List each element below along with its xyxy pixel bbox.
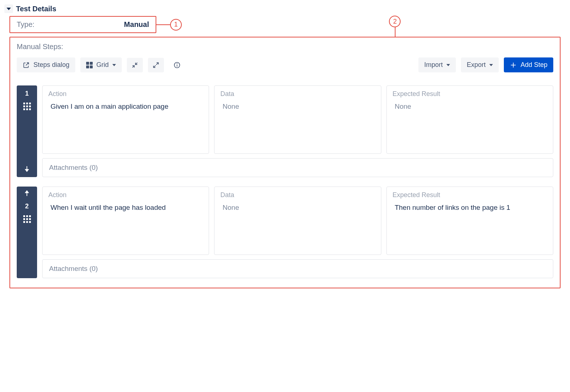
step-handle[interactable]: 2: [17, 187, 37, 278]
data-label: Data: [220, 191, 375, 199]
action-label: Action: [48, 191, 203, 199]
step-row: 2 Action When I wait until the page has …: [17, 187, 553, 278]
action-value: Given I am on a main application page: [48, 101, 203, 112]
attachments-cell[interactable]: Attachments (0): [42, 259, 553, 278]
chevron-down-icon: [112, 64, 116, 66]
drag-handle-icon: [23, 103, 31, 110]
step-row: 1 Action Given I am on a main applicatio…: [17, 85, 553, 177]
callout-badge-1: 1: [170, 19, 182, 31]
grid-icon: [86, 62, 93, 68]
move-up-icon[interactable]: [24, 191, 30, 197]
expected-label: Expected Result: [393, 90, 547, 98]
chevron-down-icon: [446, 64, 450, 66]
action-cell[interactable]: Action When I wait until the page has lo…: [42, 187, 209, 255]
chevron-down-icon: [7, 8, 11, 10]
steps-dialog-button[interactable]: Steps dialog: [17, 57, 75, 72]
step-handle[interactable]: 1: [17, 85, 37, 177]
data-label: Data: [220, 90, 375, 98]
collapse-steps-button[interactable]: [127, 58, 143, 72]
step-content: Action Given I am on a main application …: [42, 85, 553, 177]
info-button[interactable]: [169, 58, 185, 72]
callout-connector: [156, 24, 170, 25]
export-button[interactable]: Export: [461, 57, 499, 72]
drag-handle-icon: [23, 215, 31, 223]
section-header: Test Details: [4, 4, 566, 13]
step-number: 1: [25, 90, 29, 97]
section-title: Test Details: [16, 5, 56, 13]
callout-connector: [395, 27, 396, 37]
collapse-toggle[interactable]: [4, 4, 13, 13]
action-value: When I wait until the page has loaded: [48, 203, 203, 213]
action-cell[interactable]: Action Given I am on a main application …: [42, 85, 209, 154]
external-link-icon: [23, 61, 30, 69]
type-label: Type:: [17, 20, 35, 29]
collapse-icon: [131, 61, 139, 69]
data-cell[interactable]: Data None: [214, 85, 381, 154]
export-label: Export: [467, 61, 486, 69]
grid-view-label: Grid: [96, 61, 109, 69]
chevron-down-icon: [489, 64, 493, 66]
svg-point-2: [177, 63, 177, 64]
expected-value: Then number of links on the page is 1: [393, 203, 547, 213]
steps-dialog-label: Steps dialog: [33, 61, 69, 69]
steps-toolbar: Steps dialog Grid Import Export Add Step: [17, 57, 553, 72]
data-value: None: [220, 203, 375, 213]
step-content: Action When I wait until the page has lo…: [42, 187, 553, 278]
data-value: None: [220, 101, 375, 112]
expected-label: Expected Result: [393, 191, 547, 199]
move-down-icon[interactable]: [24, 166, 30, 173]
data-cell[interactable]: Data None: [214, 187, 381, 255]
manual-steps-label: Manual Steps:: [17, 43, 553, 51]
expected-cell[interactable]: Expected Result Then number of links on …: [386, 187, 553, 255]
manual-steps-panel-callout: 2 Manual Steps: Steps dialog Grid Import…: [9, 37, 561, 288]
expected-value: None: [393, 101, 547, 112]
import-button[interactable]: Import: [418, 57, 456, 72]
type-value: Manual: [124, 20, 149, 29]
type-field[interactable]: Type: Manual: [10, 17, 156, 32]
action-label: Action: [48, 90, 203, 98]
attachments-cell[interactable]: Attachments (0): [42, 158, 553, 177]
add-step-label: Add Step: [521, 61, 547, 69]
expand-icon: [152, 61, 160, 69]
callout-badge-2: 2: [389, 16, 401, 27]
grid-view-button[interactable]: Grid: [80, 57, 122, 72]
add-step-button[interactable]: Add Step: [504, 57, 553, 72]
plus-icon: [510, 61, 517, 69]
expand-steps-button[interactable]: [148, 58, 164, 72]
type-field-callout: Type: Manual 1: [9, 16, 156, 33]
step-number: 2: [25, 203, 29, 210]
import-label: Import: [424, 61, 443, 69]
expected-cell[interactable]: Expected Result None: [386, 85, 553, 154]
info-icon: [173, 61, 181, 69]
